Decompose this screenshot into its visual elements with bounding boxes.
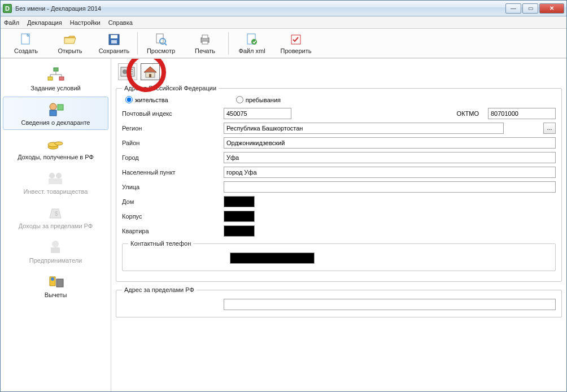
label-flat: Квартира: [122, 228, 218, 234]
input-region[interactable]: [224, 123, 504, 134]
group-address-abroad: Адрес за пределами РФ: [116, 286, 562, 317]
sidebar-item-invest[interactable]: Инвест. товарищества: [3, 165, 108, 199]
group-phone: Контактный телефон: [122, 240, 556, 271]
conditions-icon: [46, 66, 66, 83]
label-region: Регион: [122, 125, 218, 132]
input-address-abroad: [224, 299, 556, 310]
label-building: Корпус: [122, 213, 218, 220]
svg-rect-4: [111, 40, 117, 43]
house-icon: [143, 66, 158, 78]
label-locality: Населенный пункт: [122, 169, 218, 176]
label-postcode: Почтовый индекс: [122, 110, 218, 117]
input-oktmo[interactable]: [488, 108, 556, 119]
svg-point-31: [52, 241, 59, 247]
toolbar: Создать Открыть Сохранить Просмотр Печа: [1, 29, 566, 58]
svg-point-36: [123, 69, 127, 74]
input-city[interactable]: [224, 152, 556, 163]
label-street: Улица: [122, 184, 218, 190]
svg-point-28: [56, 173, 62, 178]
group-address-abroad-title: Адрес за пределами РФ: [122, 286, 197, 293]
svg-rect-16: [59, 77, 64, 80]
toolbar-preview-button[interactable]: Просмотр: [139, 30, 183, 57]
sidebar-item-income-rf[interactable]: Доходы, полученные в РФ: [3, 131, 108, 164]
radio-residence-input[interactable]: [125, 96, 133, 103]
svg-rect-3: [111, 35, 117, 38]
sidebar: Задание условий Сведения о декларанте До…: [1, 59, 111, 391]
toolbar-xml-button[interactable]: Файл xml: [230, 30, 274, 57]
svg-rect-23: [58, 104, 63, 110]
subtoolbar: [116, 62, 562, 85]
coins-icon: [46, 135, 66, 152]
menu-file[interactable]: Файл: [4, 19, 19, 26]
svg-rect-15: [48, 77, 53, 80]
svg-point-34: [51, 277, 54, 281]
label-city: Город: [122, 154, 218, 161]
sidebar-item-deductions[interactable]: Вычеты: [3, 269, 108, 302]
floppy-icon: [107, 33, 121, 46]
radio-residence[interactable]: жительства: [125, 96, 168, 103]
svg-rect-33: [56, 279, 63, 287]
sidebar-item-income-abroad[interactable]: $ Доходы за пределами РФ: [3, 200, 108, 233]
deductions-icon: [46, 273, 66, 290]
toolbar-open-button[interactable]: Открыть: [48, 30, 92, 57]
sidebar-item-entrepreneurs[interactable]: Предприниматели: [3, 234, 108, 268]
radio-stay[interactable]: пребывания: [236, 96, 281, 103]
svg-point-12: [251, 39, 257, 45]
label-oktmo: ОКТМО: [439, 110, 479, 117]
minimize-button[interactable]: —: [505, 3, 521, 14]
folder-open-icon: [63, 33, 77, 46]
toolbar-check-button[interactable]: Проверить: [274, 30, 318, 57]
toolbar-separator: [228, 32, 229, 55]
svg-rect-29: [49, 178, 62, 184]
menu-help[interactable]: Справка: [108, 19, 133, 26]
label-house: Дом: [122, 198, 218, 205]
person-card-icon: [46, 101, 66, 117]
svg-rect-9: [202, 35, 208, 38]
svg-rect-10: [202, 41, 208, 44]
close-button[interactable]: ✕: [539, 3, 564, 14]
money-bag-icon: $: [46, 204, 66, 221]
input-flat[interactable]: [224, 225, 255, 237]
titlebar: D Без имени - Декларация 2014 — ▭ ✕: [1, 1, 566, 16]
check-icon: [289, 33, 303, 46]
toolbar-print-button[interactable]: Печать: [183, 30, 227, 57]
group-address-rf-title: Адрес в Российской Федерации: [122, 85, 219, 92]
menu-settings[interactable]: Настройки: [70, 19, 101, 26]
input-phone[interactable]: [230, 252, 315, 264]
group-address-rf: Адрес в Российской Федерации жительства …: [116, 85, 562, 282]
entrepreneur-icon: [46, 238, 66, 255]
magnifier-icon: [154, 33, 168, 46]
people-group-icon: [46, 169, 66, 186]
subtool-address-button[interactable]: [141, 63, 160, 80]
menu-declaration[interactable]: Декларация: [27, 19, 62, 26]
id-card-icon: [120, 66, 135, 78]
svg-rect-32: [51, 247, 60, 253]
input-locality[interactable]: [224, 167, 556, 178]
svg-marker-40: [144, 67, 156, 72]
svg-rect-22: [50, 110, 56, 116]
svg-text:$: $: [55, 211, 58, 217]
svg-point-26: [55, 142, 63, 145]
svg-point-21: [50, 103, 56, 110]
main-panel: Адрес в Российской Федерации жительства …: [111, 59, 566, 391]
toolbar-separator: [137, 32, 138, 55]
input-street[interactable]: [224, 181, 556, 193]
new-file-icon: [19, 33, 33, 46]
sidebar-item-declarant[interactable]: Сведения о декларанте: [3, 97, 108, 130]
window-title: Без имени - Декларация 2014: [15, 5, 505, 12]
toolbar-create-button[interactable]: Создать: [4, 30, 48, 57]
svg-line-7: [165, 43, 167, 45]
maximize-button[interactable]: ▭: [522, 3, 538, 14]
menubar: Файл Декларация Настройки Справка: [1, 16, 566, 29]
input-district[interactable]: [224, 137, 556, 149]
radio-stay-input[interactable]: [236, 96, 243, 103]
region-browse-button[interactable]: ...: [543, 123, 556, 134]
toolbar-save-button[interactable]: Сохранить: [92, 30, 136, 57]
xml-file-icon: [245, 33, 259, 46]
sidebar-item-conditions[interactable]: Задание условий: [3, 62, 108, 95]
svg-point-27: [49, 173, 55, 178]
input-postcode[interactable]: [224, 108, 291, 119]
input-house[interactable]: [224, 196, 255, 207]
input-building[interactable]: [224, 211, 255, 222]
subtool-identity-button[interactable]: [118, 63, 137, 80]
